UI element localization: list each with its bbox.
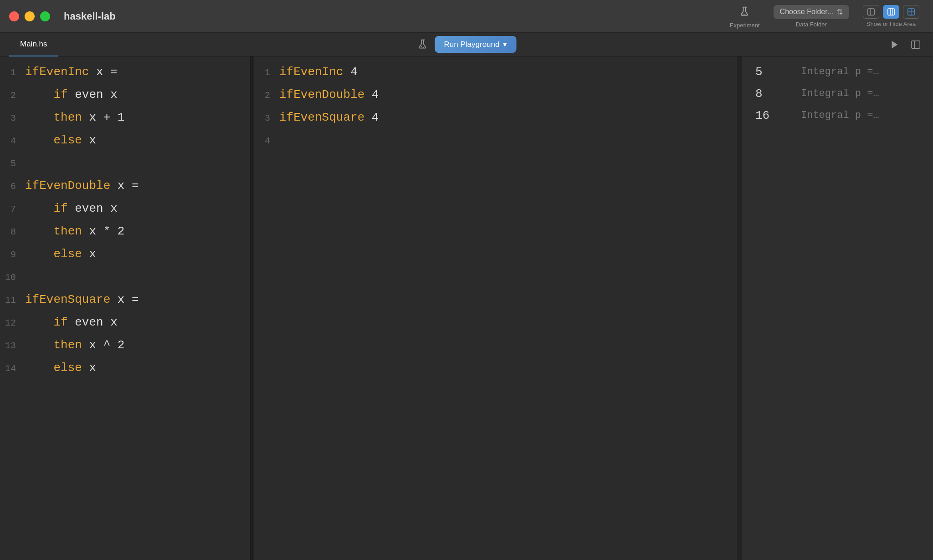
editor-line-14: 14 else x — [0, 357, 250, 380]
line-number: 13 — [0, 336, 25, 356]
close-button[interactable] — [9, 11, 19, 21]
editor-pane: 1 ifEvenInc x = 2 if even x 3 then x + 1… — [0, 56, 251, 560]
line-number: 12 — [0, 313, 25, 333]
code-content — [25, 267, 32, 287]
results-divider — [738, 56, 742, 560]
line-number: 4 — [254, 131, 279, 151]
editor-line-9: 9 else x — [0, 243, 250, 266]
tabbar: Main.hs Run Playground ▾ — [0, 33, 933, 56]
editor-line-1: 1 ifEvenInc x = — [0, 61, 250, 84]
editor-line-8: 8 then x * 2 — [0, 220, 250, 243]
editor-line-5: 5 — [0, 152, 250, 175]
code-content: then x * 2 — [25, 221, 124, 241]
flask-icon — [417, 38, 430, 51]
run-playground-label: Run Playground — [444, 40, 500, 49]
play-button[interactable] — [887, 36, 903, 53]
code-content: else x — [25, 358, 96, 378]
editor-line-12: 12 if even x — [0, 311, 250, 334]
app-title: haskell-lab — [64, 10, 116, 22]
line-number: 14 — [0, 359, 25, 379]
code-content: if even x — [25, 312, 118, 332]
svg-rect-4 — [888, 9, 894, 15]
playground-code — [279, 130, 287, 150]
result-value: 5 — [755, 62, 783, 82]
line-number: 11 — [0, 290, 25, 311]
svg-point-12 — [423, 47, 424, 48]
traffic-lights — [9, 11, 50, 21]
svg-marker-13 — [892, 41, 898, 48]
playground-line-4: 4 — [254, 129, 738, 152]
line-number: 2 — [0, 86, 25, 106]
svg-point-0 — [742, 14, 743, 15]
view-button-3[interactable] — [903, 5, 919, 19]
view-button-2[interactable] — [883, 5, 899, 19]
tab-main-hs[interactable]: Main.hs — [9, 33, 58, 56]
result-row-1: 5 Integral p =… — [742, 61, 933, 83]
svg-rect-2 — [868, 9, 874, 15]
line-number: 5 — [0, 154, 25, 174]
code-content: if even x — [25, 85, 118, 105]
line-number: 4 — [0, 131, 25, 151]
chevron-up-down-icon: ⇅ — [837, 8, 843, 16]
result-value: 8 — [755, 84, 783, 104]
divider-line — [252, 56, 253, 560]
titlebar: haskell-lab Experiment Choose Folder... … — [0, 0, 933, 33]
line-number: 2 — [254, 86, 279, 106]
run-playground-button[interactable]: Run Playground ▾ — [435, 36, 517, 53]
playground-pane: 1 ifEvenInc 4 2 ifEvenDouble 4 3 ifEvenS… — [254, 56, 738, 560]
code-content — [25, 153, 32, 173]
playground-line-3: 3 ifEvenSquare 4 — [254, 107, 738, 129]
code-content: if even x — [25, 199, 118, 219]
view-button-1[interactable] — [863, 5, 879, 19]
line-number: 1 — [254, 63, 279, 83]
experiment-label: Experiment — [730, 22, 760, 29]
code-content: then x + 1 — [25, 107, 124, 127]
line-number: 3 — [254, 108, 279, 128]
code-content: else x — [25, 244, 96, 264]
svg-rect-14 — [912, 41, 920, 48]
titlebar-controls: Experiment Choose Folder... ⇅ Data Folde… — [730, 0, 919, 32]
result-type: Integral p =… — [801, 84, 879, 104]
playground-code: ifEvenDouble 4 — [279, 85, 379, 105]
svg-point-1 — [744, 14, 745, 15]
experiment-icon — [737, 4, 753, 20]
line-number: 7 — [0, 199, 25, 219]
code-content: then x ^ 2 — [25, 335, 124, 355]
folder-selector[interactable]: Choose Folder... ⇅ — [774, 5, 849, 19]
view-area-controls: Show or Hide Area — [863, 5, 919, 27]
editor-line-6: 6 ifEvenDouble x = — [0, 175, 250, 198]
tabbar-center-controls: Run Playground ▾ — [417, 33, 517, 56]
playground-code: ifEvenInc 4 — [279, 62, 358, 82]
result-value: 16 — [755, 106, 783, 126]
line-number: 6 — [0, 177, 25, 197]
editor-line-13: 13 then x ^ 2 — [0, 334, 250, 357]
editor-line-3: 3 then x + 1 — [0, 107, 250, 129]
experiment-button[interactable]: Experiment — [730, 4, 760, 29]
folder-selector-text: Choose Folder... — [780, 8, 833, 16]
svg-point-11 — [421, 46, 422, 47]
code-content: ifEvenInc x = — [25, 62, 118, 82]
code-content: else x — [25, 130, 96, 150]
pane-divider — [251, 56, 254, 560]
result-row-2: 8 Integral p =… — [742, 83, 933, 105]
maximize-button[interactable] — [40, 11, 50, 21]
editor-line-4: 4 else x — [0, 129, 250, 152]
editor-line-2: 2 if even x — [0, 84, 250, 107]
editor-line-7: 7 if even x — [0, 198, 250, 220]
data-folder-control[interactable]: Choose Folder... ⇅ Data Folder — [774, 5, 849, 28]
show-hide-label: Show or Hide Area — [866, 20, 916, 27]
result-type: Integral p =… — [801, 62, 879, 82]
playground-line-1: 1 ifEvenInc 4 — [254, 61, 738, 84]
playground-code: ifEvenSquare 4 — [279, 107, 379, 127]
data-folder-label: Data Folder — [796, 21, 827, 28]
line-number: 9 — [0, 245, 25, 265]
code-content: ifEvenDouble x = — [25, 176, 139, 196]
line-number: 1 — [0, 63, 25, 83]
sidebar-toggle-button[interactable] — [907, 36, 924, 53]
divider-line — [740, 56, 740, 560]
line-number: 3 — [0, 108, 25, 128]
minimize-button[interactable] — [25, 11, 35, 21]
result-row-3: 16 Integral p =… — [742, 105, 933, 127]
view-buttons — [863, 5, 919, 19]
editor-line-11: 11 ifEvenSquare x = — [0, 289, 250, 311]
